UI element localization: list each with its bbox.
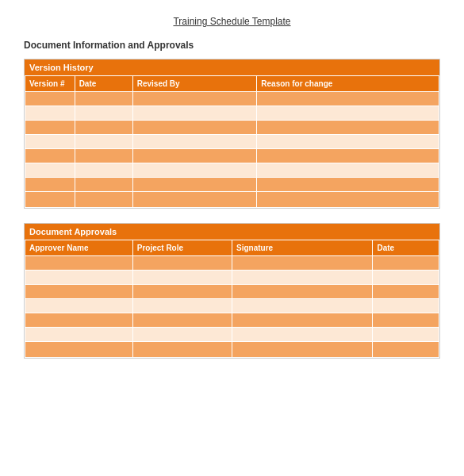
table-row <box>25 163 439 178</box>
document-approvals-table: Approver Name Project Role Signature Dat… <box>25 240 439 358</box>
document-approvals-section: Document Approvals Approver Name Project… <box>24 223 440 359</box>
table-row <box>25 192 439 208</box>
col-header-role: Project Role <box>132 240 232 256</box>
table-row <box>25 313 439 328</box>
table-row <box>25 106 439 121</box>
col-header-version: Version # <box>25 76 75 92</box>
doc-section-label: Document Information and Approvals <box>24 40 440 51</box>
table-row <box>25 285 439 299</box>
col-header-apdate: Date <box>373 240 439 256</box>
table-row <box>25 149 439 163</box>
col-header-date: Date <box>75 76 132 92</box>
version-history-header: Version History <box>25 60 439 75</box>
version-history-table: Version # Date Revised By Reason for cha… <box>25 75 439 208</box>
col-header-reason: Reason for change <box>257 76 439 92</box>
col-header-approver: Approver Name <box>25 240 133 256</box>
col-header-signature: Signature <box>232 240 372 256</box>
table-row <box>25 121 439 135</box>
version-history-section: Version History Version # Date Revised B… <box>24 59 440 209</box>
table-row <box>25 178 439 192</box>
table-row <box>25 299 439 313</box>
table-row <box>25 328 439 342</box>
table-row <box>25 342 439 358</box>
table-row <box>25 135 439 149</box>
page-title: Training Schedule Template <box>24 16 440 27</box>
document-approvals-header: Document Approvals <box>25 224 439 240</box>
table-row <box>25 92 439 106</box>
table-row <box>25 271 439 285</box>
table-row <box>25 256 439 271</box>
col-header-revised: Revised By <box>132 76 257 92</box>
